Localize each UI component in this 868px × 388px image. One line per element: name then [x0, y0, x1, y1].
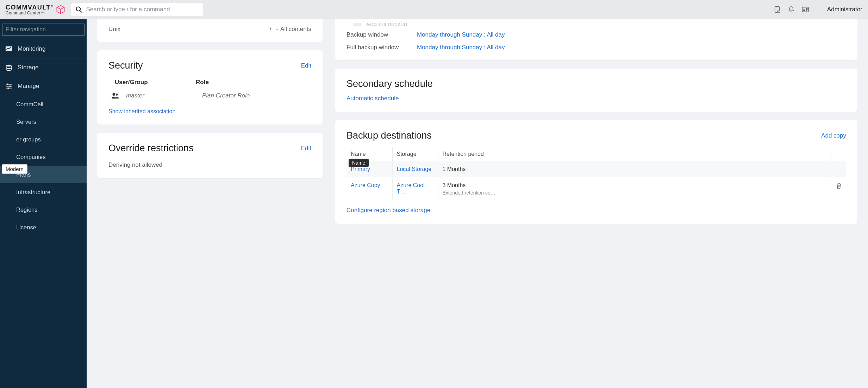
- destination-row: Azure Copy Azure Cool T… 3 Months Extend…: [346, 177, 846, 201]
- bell-icon[interactable]: [787, 6, 795, 13]
- header-user[interactable]: Administrator: [825, 6, 862, 13]
- col-storage[interactable]: Storage: [392, 147, 438, 161]
- manage-icon: [5, 82, 13, 90]
- header-icons: Administrator: [773, 5, 862, 14]
- backup-destinations-title: Backup destinations: [346, 130, 432, 141]
- clipboard-icon[interactable]: [773, 6, 781, 13]
- add-copy-link[interactable]: Add copy: [821, 132, 846, 139]
- backup-window-value[interactable]: Monday through Sunday : All day: [417, 31, 505, 38]
- logo-cube-icon: [56, 5, 65, 14]
- dest-storage[interactable]: Azure Cool T…: [397, 182, 425, 195]
- subnav-infrastructure[interactable]: Infrastructure: [0, 183, 87, 201]
- svg-point-19: [116, 94, 118, 96]
- col-user-group: User/Group: [115, 79, 196, 86]
- content-card: Unix / - All contents: [97, 19, 323, 42]
- nav-monitoring[interactable]: Monitoring: [0, 40, 87, 58]
- name-tooltip: Name: [349, 159, 369, 167]
- search-input[interactable]: [86, 6, 199, 13]
- nav-storage[interactable]: Storage: [0, 58, 87, 77]
- override-text: Deriving not allowed: [108, 161, 311, 168]
- security-row: master Plan Creator Role: [108, 92, 311, 99]
- header-separator: [817, 5, 817, 14]
- automatic-schedule-link[interactable]: Automatic schedule: [346, 95, 399, 102]
- override-title: Override restrictions: [108, 143, 194, 154]
- dest-name[interactable]: Azure Copy: [351, 182, 380, 188]
- destinations-table: Name Name Storage Retention period: [346, 147, 846, 201]
- security-card: Security Edit User/Group Role master Pla…: [97, 50, 323, 125]
- nav-label: Monitoring: [18, 45, 45, 52]
- logo: COMMVAULT® Command Center™: [6, 4, 65, 15]
- path-sep: /: [270, 26, 271, 33]
- nav-filter-input[interactable]: [2, 24, 85, 36]
- svg-line-1: [80, 11, 82, 12]
- col-retention[interactable]: Retention period: [438, 147, 831, 161]
- configure-region-link[interactable]: Configure region based storage: [346, 207, 430, 214]
- svg-point-18: [113, 93, 115, 96]
- logo-sub-text: Command Center™: [6, 11, 53, 15]
- subnav-commcell[interactable]: CommCell: [0, 95, 87, 113]
- sidebar: Monitoring Storage Manage CommCell Serve…: [0, 19, 87, 388]
- storage-icon: [5, 64, 13, 71]
- main-content: Unix / - All contents Security Edit: [87, 19, 868, 388]
- security-user: master: [124, 92, 198, 99]
- logo-main-text: COMMVAULT: [6, 4, 51, 11]
- all-contents: All contents: [280, 26, 311, 33]
- col-actions: [831, 147, 847, 161]
- monitoring-icon: [5, 45, 13, 53]
- id-card-icon[interactable]: [801, 6, 809, 13]
- backup-window-label: Backup window: [346, 31, 417, 38]
- modern-tooltip: Modern: [2, 164, 27, 174]
- security-edit-link[interactable]: Edit: [301, 62, 311, 69]
- secondary-schedule-card: Secondary schedule Automatic schedule: [335, 69, 857, 112]
- trash-icon: [836, 182, 842, 189]
- destination-row: Primary Local Storage 1 Months: [346, 161, 846, 178]
- col-role: Role: [196, 79, 209, 86]
- override-card: Override restrictions Edit Deriving not …: [97, 133, 323, 178]
- app-header: COMMVAULT® Command Center™ Administrator: [0, 0, 868, 19]
- security-title: Security: [108, 60, 143, 71]
- override-edit-link[interactable]: Edit: [301, 145, 311, 152]
- full-backup-window-value[interactable]: Monday through Sunday : All day: [417, 44, 505, 51]
- col-name[interactable]: Name Name: [346, 147, 392, 161]
- full-backup-window-label: Full backup window: [346, 44, 417, 51]
- subnav-servers[interactable]: Servers: [0, 113, 87, 131]
- subnav-license[interactable]: License: [0, 218, 87, 236]
- svg-point-13: [7, 83, 8, 85]
- dest-retention-sub: Extended retention co…: [443, 190, 501, 196]
- show-inherited-link[interactable]: Show inherited association: [108, 108, 311, 115]
- nav-label: Manage: [18, 83, 39, 90]
- svg-point-17: [7, 87, 9, 89]
- dest-retention: 1 Months: [443, 166, 466, 172]
- search-icon: [75, 6, 82, 13]
- group-icon: [111, 92, 120, 99]
- delete-destination-button[interactable]: [831, 177, 847, 201]
- svg-point-15: [10, 85, 11, 87]
- nav-label: Storage: [18, 64, 39, 71]
- dest-retention: 3 Months: [443, 182, 827, 189]
- subnav-companies[interactable]: Companies: [0, 148, 87, 166]
- add-full-backup-toggle[interactable]: [346, 23, 361, 26]
- subnav-regions[interactable]: Regions: [0, 201, 87, 218]
- svg-point-6: [803, 8, 805, 10]
- subnav-server-groups[interactable]: er groups: [0, 131, 87, 148]
- secondary-schedule-title: Secondary schedule: [346, 78, 846, 89]
- backup-destinations-card: Backup destinations Add copy Name Name: [335, 120, 857, 224]
- search-box[interactable]: [71, 3, 203, 16]
- add-full-backup-label: Add full backup: [366, 23, 407, 26]
- nav-manage[interactable]: Manage: [0, 77, 87, 95]
- security-role: Plan Creator Role: [202, 92, 250, 99]
- svg-point-11: [6, 65, 12, 67]
- dest-storage[interactable]: Local Storage: [397, 166, 432, 172]
- os-label: Unix: [108, 26, 120, 33]
- rpo-card: Add full backup Backup window Monday thr…: [335, 19, 857, 60]
